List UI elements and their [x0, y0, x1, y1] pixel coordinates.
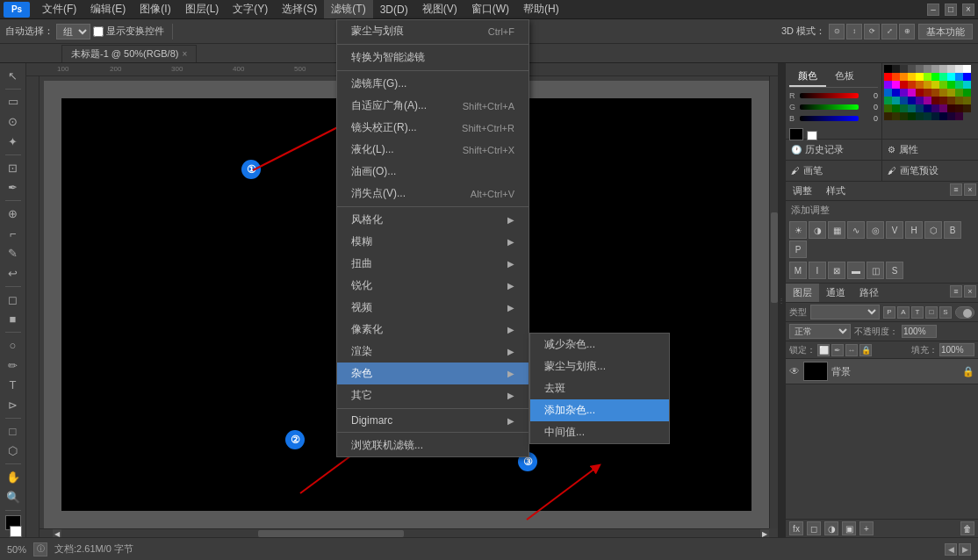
- v-scrollbar[interactable]: [769, 76, 778, 528]
- 3d-icon-1[interactable]: ⊙: [829, 24, 845, 39]
- dd-stylize[interactable]: 风格化 ▶: [337, 209, 529, 231]
- h-scroll-right[interactable]: ▶: [760, 529, 769, 537]
- tool-lasso[interactable]: ⊙: [4, 112, 23, 131]
- swatch-item[interactable]: [955, 97, 963, 104]
- swatch-item[interactable]: [963, 65, 971, 73]
- swatch-item[interactable]: [908, 97, 916, 104]
- tool-marquee[interactable]: ▭: [4, 93, 23, 111]
- swatch-item[interactable]: [908, 112, 916, 120]
- panel-collapse-handle[interactable]: ⋮: [778, 63, 785, 537]
- menu-image[interactable]: 图像(I): [133, 0, 177, 18]
- tool-shape[interactable]: □: [4, 422, 23, 441]
- 3d-icon-5[interactable]: ⊕: [899, 24, 915, 39]
- adj-icon-vibrance[interactable]: V: [886, 221, 903, 239]
- adj-icon-gradient[interactable]: ◫: [867, 262, 884, 279]
- menu-edit[interactable]: 编辑(E): [83, 0, 133, 18]
- lock-btn-paint[interactable]: ✒: [831, 344, 844, 356]
- filter-icon-shape[interactable]: □: [925, 306, 938, 319]
- dd-pixelate[interactable]: 像素化 ▶: [337, 319, 529, 341]
- swatch-item[interactable]: [884, 97, 892, 104]
- adj-icon-posterize[interactable]: ⊠: [828, 262, 845, 279]
- tab-layers[interactable]: 图层: [786, 284, 819, 302]
- tool-magic-wand[interactable]: ✦: [4, 133, 23, 151]
- swatch-item[interactable]: [947, 81, 955, 89]
- swatch-item[interactable]: [931, 65, 939, 73]
- swatch-item[interactable]: [963, 89, 971, 97]
- swatch-item[interactable]: [884, 112, 892, 120]
- swatch-item[interactable]: [884, 89, 892, 97]
- h-scrollbar[interactable]: ▶ ◀: [40, 528, 769, 537]
- swatch-item[interactable]: [955, 112, 963, 120]
- color-tab-color[interactable]: 颜色: [789, 67, 826, 87]
- show-transform-checkbox[interactable]: [93, 26, 104, 37]
- swatch-item[interactable]: [900, 97, 908, 104]
- dd-convert-smart[interactable]: 转换为智能滤镜: [337, 47, 529, 68]
- tab-styles[interactable]: 样式: [819, 182, 852, 200]
- swatch-item[interactable]: [884, 104, 892, 112]
- adj-icon-bw[interactable]: B: [944, 221, 961, 239]
- swatch-item[interactable]: [939, 65, 947, 73]
- swatch-item[interactable]: [884, 81, 892, 89]
- swatch-item[interactable]: [947, 97, 955, 104]
- tool-eyedropper[interactable]: ✒: [4, 178, 23, 197]
- swatch-item[interactable]: [939, 89, 947, 97]
- swatch-item[interactable]: [916, 89, 924, 97]
- swatch-item[interactable]: [900, 81, 908, 89]
- layer-fx-btn[interactable]: fx: [789, 521, 803, 535]
- adj-icon-threshold[interactable]: ▬: [847, 262, 865, 279]
- menu-layer[interactable]: 图层(L): [178, 0, 227, 18]
- filter-icon-adj[interactable]: A: [897, 306, 910, 319]
- dd-render[interactable]: 渲染 ▶: [337, 341, 529, 363]
- lock-btn-all[interactable]: 🔒: [859, 344, 872, 356]
- lock-btn-move[interactable]: ↔: [845, 344, 858, 356]
- swatch-item[interactable]: [931, 73, 939, 81]
- noise-add[interactable]: 添加杂色...: [530, 399, 669, 421]
- swatch-item[interactable]: [939, 73, 947, 81]
- dd-distort[interactable]: 扭曲 ▶: [337, 253, 529, 275]
- swatch-item[interactable]: [884, 73, 892, 81]
- tool-pen[interactable]: ✏: [4, 356, 23, 375]
- close-btn[interactable]: ×: [962, 4, 974, 16]
- tab-channels[interactable]: 通道: [819, 284, 852, 302]
- tool-move[interactable]: ↖: [4, 67, 23, 85]
- dd-liquify[interactable]: 液化(L)... Shift+Ctrl+X: [337, 139, 529, 161]
- layers-panel-btn[interactable]: ≡: [950, 285, 962, 298]
- adj-icon-selective[interactable]: S: [886, 262, 903, 279]
- swatch-item[interactable]: [963, 97, 971, 104]
- tool-clone[interactable]: ✎: [4, 244, 23, 262]
- lock-btn-transparent[interactable]: ⬜: [817, 344, 830, 356]
- tab-adjustments[interactable]: 调整: [786, 182, 819, 200]
- noise-dust-scratch[interactable]: 蒙尘与划痕...: [530, 355, 669, 377]
- dd-digimarc[interactable]: Digimarc ▶: [337, 411, 529, 430]
- layer-adj-btn[interactable]: ◑: [824, 521, 838, 535]
- tool-3d[interactable]: ⬡: [4, 442, 23, 461]
- swatch-item[interactable]: [916, 97, 924, 104]
- dd-oil-paint[interactable]: 油画(O)...: [337, 161, 529, 183]
- noise-reduce[interactable]: 减少杂色...: [530, 334, 669, 355]
- swatch-item[interactable]: [892, 81, 900, 89]
- swatch-item[interactable]: [900, 89, 908, 97]
- adj-icon-exposure[interactable]: ◎: [867, 221, 884, 239]
- swatch-item[interactable]: [908, 65, 916, 73]
- dd-filter-gallery[interactable]: 滤镜库(G)...: [337, 73, 529, 95]
- swatch-item[interactable]: [939, 97, 947, 104]
- swatch-item[interactable]: [924, 89, 931, 97]
- swatch-item[interactable]: [924, 65, 931, 73]
- r-slider[interactable]: [800, 93, 859, 98]
- b-slider[interactable]: [800, 116, 859, 121]
- adj-icon-levels[interactable]: ▦: [828, 221, 845, 239]
- document-tab[interactable]: 未标题-1 @ 50%(RGB/8) ×: [61, 45, 197, 62]
- swatch-item[interactable]: [931, 104, 939, 112]
- swatch-item[interactable]: [947, 89, 955, 97]
- swatch-item[interactable]: [955, 89, 963, 97]
- swatch-item[interactable]: [947, 73, 955, 81]
- swatch-item[interactable]: [908, 89, 916, 97]
- adj-icon-mix[interactable]: M: [789, 262, 807, 279]
- swatch-item[interactable]: [924, 97, 931, 104]
- layer-filter-toggle[interactable]: [955, 306, 974, 319]
- v-scrollbar-thumb[interactable]: [771, 212, 778, 303]
- swatch-item[interactable]: [908, 81, 916, 89]
- swatch-item[interactable]: [939, 112, 947, 120]
- layer-visibility-icon[interactable]: 👁: [789, 365, 800, 377]
- background-color[interactable]: [10, 526, 22, 537]
